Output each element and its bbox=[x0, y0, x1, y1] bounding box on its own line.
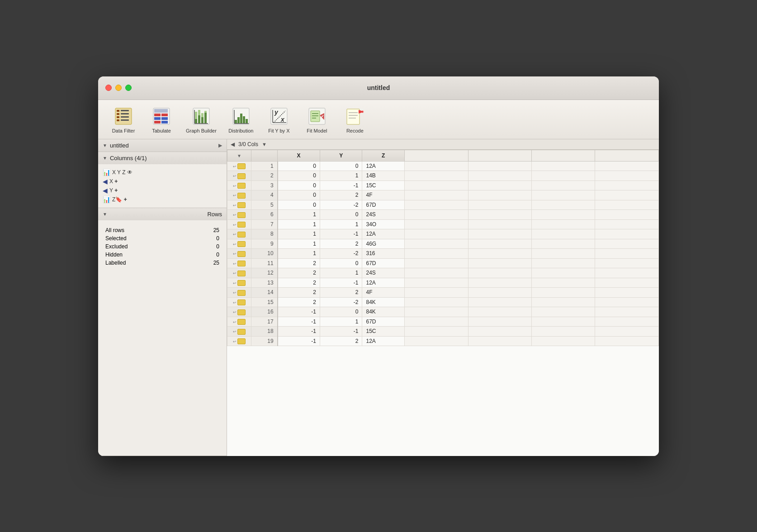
row-z: 15C bbox=[362, 327, 405, 337]
fit-model-button[interactable]: Fit Model bbox=[299, 104, 335, 135]
row-empty3 bbox=[532, 317, 595, 327]
row-empty4 bbox=[595, 258, 659, 268]
row-x: 0 bbox=[278, 161, 320, 171]
row-empty3 bbox=[532, 190, 595, 200]
row-empty1 bbox=[405, 200, 468, 210]
row-x: -1 bbox=[278, 317, 320, 327]
row-number: 16 bbox=[251, 307, 278, 317]
maximize-button[interactable] bbox=[125, 85, 132, 91]
row-empty1 bbox=[405, 327, 468, 337]
recode-icon bbox=[344, 105, 366, 127]
svg-rect-18 bbox=[195, 119, 197, 124]
data-table: ▼ X Y Z ↩ bbox=[227, 150, 659, 347]
columns-disclosure[interactable]: ▼ bbox=[103, 156, 107, 161]
data-filter-button[interactable]: Data Filter bbox=[105, 104, 142, 135]
row-empty4 bbox=[595, 239, 659, 249]
tabulate-button[interactable]: Tabulate bbox=[143, 104, 180, 135]
row-empty2 bbox=[468, 229, 531, 239]
recode-button[interactable]: Recode bbox=[337, 104, 373, 135]
svg-text:y: y bbox=[274, 109, 279, 116]
col-filter-btn[interactable]: ▼ bbox=[262, 142, 267, 147]
graph-builder-label: Graph Builder bbox=[186, 128, 217, 133]
row-empty1 bbox=[405, 268, 468, 278]
row-z: 84K bbox=[362, 307, 405, 317]
row-empty2 bbox=[468, 249, 531, 259]
row-z: 12A bbox=[362, 278, 405, 288]
col-header-z[interactable]: Z bbox=[362, 150, 405, 161]
rows-disclosure[interactable]: ▼ bbox=[103, 212, 107, 217]
svg-rect-11 bbox=[154, 114, 161, 116]
row-icon-cell: ↩ bbox=[227, 180, 251, 190]
graph-builder-icon bbox=[190, 105, 212, 127]
row-empty3 bbox=[532, 249, 595, 259]
row-z: 67D bbox=[362, 258, 405, 268]
tabulate-label: Tabulate bbox=[152, 128, 171, 133]
svg-rect-33 bbox=[246, 119, 248, 124]
main-window: untitled Data Filter bbox=[98, 76, 659, 456]
column-x-label: X + bbox=[109, 178, 118, 185]
row-z: 24S bbox=[362, 210, 405, 220]
rows-section: ▼ Rows All rows25Selected0Excluded0Hidde… bbox=[98, 208, 227, 456]
data-table-wrapper[interactable]: ▼ X Y Z ↩ bbox=[227, 150, 659, 456]
row-y: -1 bbox=[320, 278, 362, 288]
table-row: ↩ 17 -1 1 67D bbox=[227, 317, 659, 327]
columns-header: ▼ Columns (4/1) bbox=[98, 152, 227, 164]
row-y: 2 bbox=[320, 288, 362, 298]
column-z-label: Z🔖 + bbox=[112, 196, 127, 203]
column-item-y[interactable]: ◀ Y + bbox=[103, 186, 222, 195]
column-item-z[interactable]: 📊 Z🔖 + bbox=[103, 195, 222, 204]
table-row: ↩ 13 2 -1 12A bbox=[227, 278, 659, 288]
row-empty1 bbox=[405, 278, 468, 288]
row-empty4 bbox=[595, 288, 659, 298]
row-x: -1 bbox=[278, 336, 320, 346]
row-empty3 bbox=[532, 210, 595, 220]
graph-builder-button[interactable]: Graph Builder bbox=[181, 104, 221, 135]
table-name: untitled bbox=[110, 142, 129, 149]
table-row: ↩ 14 2 2 4F bbox=[227, 288, 659, 298]
row-y: 2 bbox=[320, 336, 362, 346]
row-empty4 bbox=[595, 336, 659, 346]
row-empty4 bbox=[595, 278, 659, 288]
row-z: 12A bbox=[362, 229, 405, 239]
row-empty3 bbox=[532, 258, 595, 268]
row-empty3 bbox=[532, 219, 595, 229]
row-icon-cell: ↩ bbox=[227, 239, 251, 249]
row-empty1 bbox=[405, 258, 468, 268]
row-icon-cell: ↩ bbox=[227, 171, 251, 181]
window-title: untitled bbox=[367, 84, 390, 91]
column-item-x[interactable]: ◀ X + bbox=[103, 177, 222, 186]
row-z: 15C bbox=[362, 180, 405, 190]
row-empty4 bbox=[595, 190, 659, 200]
column-item-xyz[interactable]: 📊 X Y Z 👁 bbox=[103, 168, 222, 177]
close-button[interactable] bbox=[105, 85, 112, 91]
row-y: 2 bbox=[320, 190, 362, 200]
svg-rect-6 bbox=[121, 113, 129, 114]
table-disclosure[interactable]: ▼ bbox=[103, 143, 107, 148]
row-x: 0 bbox=[278, 200, 320, 210]
svg-rect-3 bbox=[117, 116, 119, 118]
row-number: 3 bbox=[251, 180, 278, 190]
col-header-x[interactable]: X bbox=[278, 150, 320, 161]
table-row: ↩ 11 2 0 67D bbox=[227, 258, 659, 268]
row-empty2 bbox=[468, 297, 531, 307]
window-controls bbox=[105, 85, 132, 91]
table-row: ↩ 9 1 2 46G bbox=[227, 239, 659, 249]
row-x: 1 bbox=[278, 239, 320, 249]
row-z: 4F bbox=[362, 288, 405, 298]
col-nav-left[interactable]: ◀ bbox=[231, 141, 235, 147]
svg-rect-36 bbox=[271, 108, 287, 124]
distribution-button[interactable]: Distribution bbox=[223, 104, 259, 135]
rows-content: All rows25Selected0Excluded0Hidden0Label… bbox=[98, 220, 227, 273]
fit-y-by-x-button[interactable]: y x Fit Y by X bbox=[261, 104, 297, 135]
table-arrow[interactable]: ▶ bbox=[218, 142, 222, 148]
row-number: 1 bbox=[251, 161, 278, 171]
rows-stat-label: Selected bbox=[104, 235, 189, 242]
row-empty3 bbox=[532, 278, 595, 288]
svg-rect-13 bbox=[154, 117, 161, 120]
cols-label: 3/0 Cols bbox=[238, 141, 258, 147]
row-empty4 bbox=[595, 268, 659, 278]
col-header-y[interactable]: Y bbox=[320, 150, 362, 161]
minimize-button[interactable] bbox=[115, 85, 122, 91]
sidebar: ▼ untitled ▶ ▼ Columns (4/1) 📊 bbox=[98, 139, 227, 456]
row-y: -2 bbox=[320, 297, 362, 307]
